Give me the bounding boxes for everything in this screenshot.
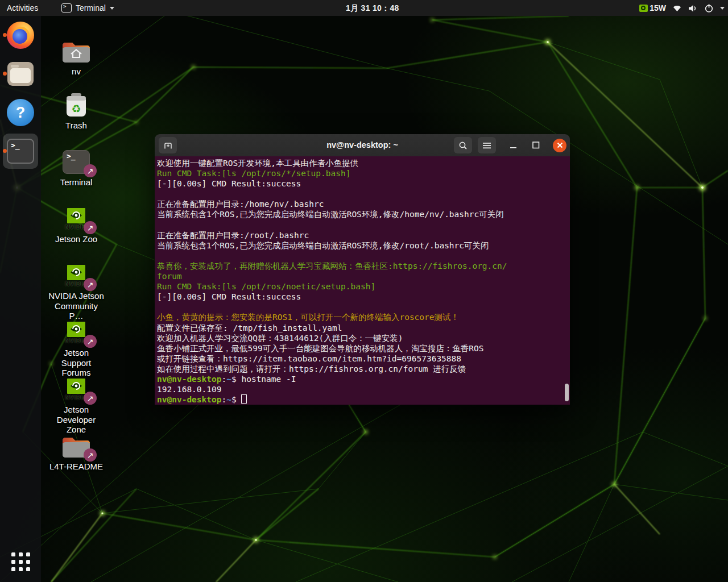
desktop-icon-terminal[interactable]: ↗ Terminal	[48, 148, 105, 188]
menu-button[interactable]	[478, 137, 496, 153]
terminal-text-segment: 小鱼，黄黄的提示：您安装的是ROS1，可以打开一个新的终端输入roscore测试…	[157, 313, 459, 322]
maximize-button[interactable]	[528, 134, 543, 156]
terminal-text-segment: 鱼香小铺正式开业，最低599可入手一台能建图会导航的移动机器人，淘宝搜店：鱼香R…	[157, 344, 483, 353]
app-menu-label: Terminal	[76, 3, 106, 13]
terminal-text-segment: 192.168.0.109	[157, 385, 222, 394]
terminal-line: nv@nv-desktop:~$	[157, 394, 569, 405]
terminal-line: 小鱼，黄黄的提示：您安装的是ROS1，可以打开一个新的终端输入roscore测试…	[157, 312, 569, 322]
dock-item-firefox[interactable]	[0, 16, 41, 55]
running-indicator-dot	[3, 72, 7, 76]
terminal-line: 正在准备配置用户目录:/home/nv/.bashrc	[157, 199, 569, 209]
desktop-icon-nvidia-jetson-community-p[interactable]: NVIDIA ↗ NVIDIA Jetson Community P…	[48, 262, 105, 321]
terminal-line	[157, 251, 569, 261]
terminal-text-segment: 配置文件已保存至: /tmp/fish_install.yaml	[157, 323, 342, 332]
terminal-text-segment: [-][0.00s] CMD Result:success	[157, 292, 301, 301]
terminal-line	[157, 220, 569, 230]
desktop: Activities Terminal 1月 31 10：48 15W	[0, 0, 728, 582]
terminal-app-icon	[61, 3, 72, 13]
terminal-text-segment: 或打开链接查看：https://item.taobao.com/item.htm…	[157, 354, 461, 363]
desktop-icon-label: nv	[72, 66, 81, 77]
dock-item-files[interactable]	[0, 55, 41, 93]
terminal-text-segment: :	[222, 375, 227, 384]
dock-item-help[interactable]: ?	[0, 93, 41, 132]
terminal-line: 如在使用过程中遇到问题，请打开：https://fishros.org.cn/f…	[157, 364, 569, 374]
terminal-text-segment: ~	[226, 375, 231, 384]
terminal-line: 192.168.0.109	[157, 384, 569, 394]
desktop-icon-label: Jetson Support Forums	[48, 348, 105, 378]
minimize-button[interactable]	[506, 134, 521, 156]
search-button[interactable]	[454, 137, 472, 153]
terminal-text-segment: hostname -I	[241, 375, 296, 384]
link-arrow-icon: ↗	[84, 335, 97, 348]
desktop-icon-label: L4T-README	[49, 462, 103, 472]
desktop-icon-jetson-developer-zone[interactable]: NVIDIA ↗ Jetson Developer Zone	[48, 376, 105, 435]
terminal-line: Run CMD Task:[ls /opt/ros/*/setup.bash]	[157, 168, 569, 178]
terminal-text-segment: Run CMD Task:[ls /opt/ros/*/setup.bash]	[157, 169, 350, 178]
terminal-line: forum	[157, 271, 569, 281]
terminal-text-segment: 如在使用过程中遇到问题，请打开：https://fishros.org.cn/f…	[157, 364, 466, 373]
terminal-text-segment: nv@nv-desktop	[157, 375, 222, 384]
link-arrow-icon: ↗	[84, 448, 97, 462]
terminal-line: 正在准备配置用户目录:/root/.bashrc	[157, 230, 569, 240]
desktop-icon-l4t-readme[interactable]: ↗ L4T-README	[48, 433, 105, 472]
nvidia-icon	[639, 5, 648, 12]
desktop-icon-jetson-zoo[interactable]: NVIDIA ↗ Jetson Zoo	[48, 205, 105, 244]
terminal-line: [-][0.00s] CMD Result:success	[157, 178, 569, 189]
terminal-content[interactable]: 欢迎使用一键配置ROS开发环境,本工具由作者小鱼提供Run CMD Task:[…	[155, 156, 570, 405]
activities-button[interactable]: Activities	[0, 0, 45, 16]
terminal-text-segment: 正在准备配置用户目录:/home/nv/.bashrc	[157, 199, 324, 209]
trash-icon: ♻	[63, 92, 90, 119]
help-icon: ?	[7, 99, 34, 126]
firefox-icon	[7, 22, 34, 49]
power-mode-label: 15W	[650, 3, 666, 13]
folder-icon	[61, 39, 91, 64]
desktop-icon-trash[interactable]: ♻ Trash	[48, 92, 105, 131]
terminal-scrollbar[interactable]	[565, 384, 569, 401]
terminal-line: 或打开链接查看：https://item.taobao.com/item.htm…	[157, 354, 569, 364]
wifi-icon	[672, 4, 682, 12]
desktop-icon-label: Jetson Zoo	[55, 234, 97, 244]
terminal-text-segment: 恭喜你，安装成功了，再附赠你机器人学习宝藏网站：鱼香社区:https://fis…	[157, 261, 507, 271]
desktop-icon-label: NVIDIA Jetson Community P…	[48, 291, 105, 321]
link-arrow-icon: ↗	[84, 278, 97, 291]
terminal-line: nv@nv-desktop:~$ hostname -I	[157, 374, 569, 384]
minimize-icon	[510, 142, 517, 149]
terminal-text-segment: forum	[157, 272, 182, 281]
top-bar: Activities Terminal 1月 31 10：48 15W	[0, 0, 728, 16]
close-button[interactable]	[549, 134, 570, 156]
terminal-text-segment: 正在准备配置用户目录:/root/.bashrc	[157, 231, 309, 240]
search-icon	[458, 141, 468, 150]
dock-item-terminal[interactable]	[0, 132, 41, 171]
nvidia-power-indicator: 15W	[639, 3, 666, 13]
terminal-text-segment: 当前系统包含1个ROS,已为您完成启动终端自动激活ROS环境,修改/home/n…	[157, 210, 504, 219]
terminal-text-segment: Run CMD Task:[ls /opt/ros/noetic/setup.b…	[157, 282, 375, 291]
files-icon	[7, 62, 34, 86]
app-menu-button[interactable]: Terminal	[57, 0, 119, 16]
terminal-text-segment: $	[231, 375, 241, 384]
terminal-titlebar[interactable]: nv@nv-desktop: ~	[155, 134, 570, 157]
terminal-text-segment: nv@nv-desktop	[157, 395, 222, 404]
terminal-line	[157, 302, 569, 312]
terminal-text-segment: [-][0.00s] CMD Result:success	[157, 179, 301, 188]
desktop-icon-jetson-support-forums[interactable]: NVIDIA ↗ Jetson Support Forums	[48, 319, 105, 378]
hamburger-icon	[482, 142, 491, 149]
link-arrow-icon: ↗	[84, 392, 97, 405]
dock: ?	[0, 16, 41, 582]
new-tab-button[interactable]	[159, 137, 177, 153]
desktop-icon-nv[interactable]: nv	[48, 38, 105, 77]
terminal-text-segment: :	[222, 395, 227, 404]
show-applications-button[interactable]	[0, 546, 41, 577]
desktop-icon-label: Terminal	[60, 177, 93, 188]
terminal-window: nv@nv-desktop: ~	[155, 134, 570, 405]
terminal-line: 欢迎使用一键配置ROS开发环境,本工具由作者小鱼提供	[157, 158, 569, 168]
maximize-icon	[532, 142, 540, 149]
terminal-line: 配置文件已保存至: /tmp/fish_install.yaml	[157, 323, 569, 333]
terminal-text-segment: 当前系统包含1个ROS,已为您完成启动终端自动激活ROS环境,修改/root/.…	[157, 241, 489, 250]
terminal-line: [-][0.00s] CMD Result:success	[157, 292, 569, 302]
running-indicator-dot	[3, 33, 7, 37]
running-indicator-dot	[3, 149, 7, 153]
link-arrow-icon: ↗	[84, 164, 97, 177]
close-icon	[553, 139, 566, 152]
system-status-menu[interactable]: 15W	[639, 0, 725, 16]
clock[interactable]: 1月 31 10：48	[346, 0, 399, 16]
